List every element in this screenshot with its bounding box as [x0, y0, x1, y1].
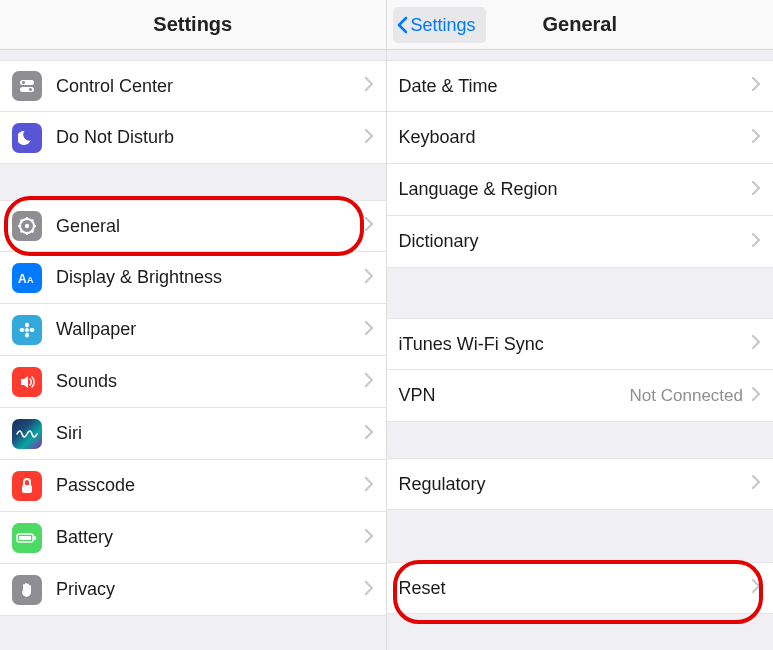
row-label: Date & Time — [399, 76, 752, 97]
row-datetime[interactable]: Date & Time — [387, 60, 774, 112]
group-gap — [0, 50, 386, 60]
row-battery[interactable]: Battery — [0, 512, 386, 564]
row-label: Do Not Disturb — [56, 127, 364, 148]
flower-icon — [12, 315, 42, 345]
row-value: Not Connected — [630, 386, 743, 406]
chevron-right-icon — [751, 474, 761, 494]
nav-title-left: Settings — [153, 13, 232, 36]
row-control-center[interactable]: Control Center — [0, 60, 386, 112]
chevron-right-icon — [364, 76, 374, 96]
battery-icon — [12, 523, 42, 553]
row-regulatory[interactable]: Regulatory — [387, 458, 774, 510]
group-gap — [387, 268, 774, 318]
chevron-right-icon — [364, 216, 374, 236]
row-dnd[interactable]: Do Not Disturb — [0, 112, 386, 164]
row-general[interactable]: General — [0, 200, 386, 252]
speaker-icon — [12, 367, 42, 397]
text-size-icon: AA — [12, 263, 42, 293]
row-label: VPN — [399, 385, 630, 406]
row-siri[interactable]: Siri — [0, 408, 386, 460]
row-label: Keyboard — [399, 127, 752, 148]
row-passcode[interactable]: Passcode — [0, 460, 386, 512]
navbar-right: Settings General — [387, 0, 774, 50]
group-gap — [387, 50, 774, 60]
siri-icon — [12, 419, 42, 449]
svg-rect-23 — [19, 536, 31, 540]
chevron-right-icon — [751, 334, 761, 354]
lock-icon — [12, 471, 42, 501]
svg-point-18 — [25, 332, 29, 337]
row-privacy[interactable]: Privacy — [0, 564, 386, 616]
chevron-right-icon — [364, 424, 374, 444]
chevron-right-icon — [751, 128, 761, 148]
svg-point-1 — [22, 81, 25, 84]
svg-rect-24 — [34, 536, 36, 540]
chevron-right-icon — [751, 578, 761, 598]
row-label: Reset — [399, 578, 752, 599]
row-label: Language & Region — [399, 179, 752, 200]
svg-rect-21 — [22, 485, 32, 493]
row-language[interactable]: Language & Region — [387, 164, 774, 216]
svg-text:A: A — [18, 272, 27, 286]
navbar-left: Settings — [0, 0, 386, 50]
toggles-icon — [12, 71, 42, 101]
row-label: Wallpaper — [56, 319, 364, 340]
row-vpn[interactable]: VPN Not Connected — [387, 370, 774, 422]
chevron-right-icon — [364, 580, 374, 600]
svg-point-5 — [25, 224, 29, 228]
row-wallpaper[interactable]: Wallpaper — [0, 304, 386, 356]
svg-point-19 — [20, 328, 25, 332]
moon-icon — [12, 123, 42, 153]
row-label: Sounds — [56, 371, 364, 392]
back-button[interactable]: Settings — [393, 7, 486, 43]
svg-point-16 — [25, 328, 29, 332]
chevron-right-icon — [364, 268, 374, 288]
row-label: Battery — [56, 527, 364, 548]
row-itunes-wifi[interactable]: iTunes Wi-Fi Sync — [387, 318, 774, 370]
chevron-right-icon — [751, 76, 761, 96]
row-label: Control Center — [56, 76, 364, 97]
group-gap — [0, 164, 386, 200]
svg-point-17 — [25, 322, 29, 327]
group-gap — [387, 422, 774, 458]
row-keyboard[interactable]: Keyboard — [387, 112, 774, 164]
row-label: iTunes Wi-Fi Sync — [399, 334, 752, 355]
svg-text:A: A — [27, 275, 34, 285]
svg-point-3 — [29, 88, 32, 91]
row-dictionary[interactable]: Dictionary — [387, 216, 774, 268]
row-label: Siri — [56, 423, 364, 444]
chevron-right-icon — [751, 232, 761, 252]
row-reset[interactable]: Reset — [387, 562, 774, 614]
row-label: Regulatory — [399, 474, 752, 495]
group-gap — [387, 510, 774, 562]
chevron-right-icon — [364, 528, 374, 548]
hand-icon — [12, 575, 42, 605]
row-label: Passcode — [56, 475, 364, 496]
row-label: Dictionary — [399, 231, 752, 252]
general-pane: Settings General Date & Time Keyboard La… — [387, 0, 774, 650]
chevron-right-icon — [751, 180, 761, 200]
chevron-right-icon — [364, 128, 374, 148]
nav-title-right: General — [543, 13, 617, 36]
chevron-right-icon — [364, 372, 374, 392]
row-display[interactable]: AA Display & Brightness — [0, 252, 386, 304]
gear-icon — [12, 211, 42, 241]
back-label: Settings — [411, 15, 476, 36]
row-label: Display & Brightness — [56, 267, 364, 288]
svg-point-20 — [30, 328, 35, 332]
settings-pane: Settings Control Center Do Not Disturb G… — [0, 0, 387, 650]
row-sounds[interactable]: Sounds — [0, 356, 386, 408]
chevron-left-icon — [395, 15, 409, 35]
row-label: Privacy — [56, 579, 364, 600]
chevron-right-icon — [364, 320, 374, 340]
row-label: General — [56, 216, 364, 237]
chevron-right-icon — [364, 476, 374, 496]
chevron-right-icon — [751, 386, 761, 406]
